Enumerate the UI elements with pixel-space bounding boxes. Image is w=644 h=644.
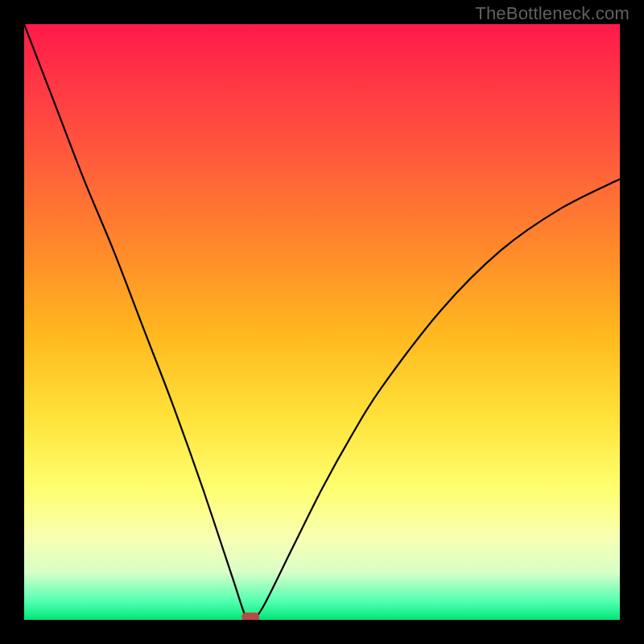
- plot-svg: [24, 24, 620, 620]
- watermark-text: TheBottleneck.com: [475, 3, 630, 24]
- bottleneck-curve: [24, 24, 620, 620]
- plot-area: [24, 24, 620, 620]
- optimal-point-marker: [242, 613, 259, 620]
- chart-frame: TheBottleneck.com: [0, 0, 644, 644]
